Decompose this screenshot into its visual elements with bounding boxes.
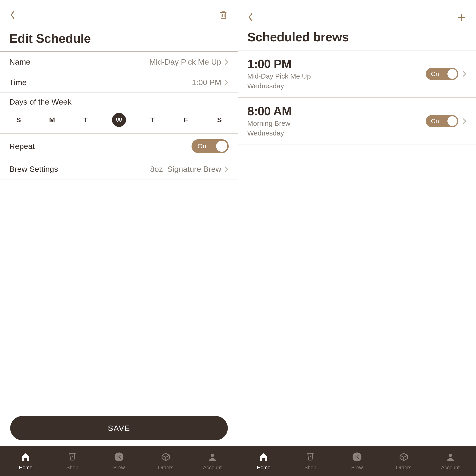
brew-name: Morning Brew [247, 119, 422, 128]
day-4[interactable]: T [146, 113, 159, 127]
brew-day: Wednesday [247, 81, 422, 91]
tab-brew[interactable]: KBrew [96, 451, 142, 471]
tab-home[interactable]: Home [2, 451, 49, 471]
add-button[interactable] [456, 11, 467, 23]
home-icon [258, 451, 269, 463]
page-title: Edit Schedule [0, 26, 238, 52]
time-row[interactable]: Time 1:00 PM [0, 72, 238, 93]
day-0[interactable]: S [12, 113, 26, 127]
chevron-right-icon [462, 70, 467, 77]
chevron-right-icon [462, 118, 467, 125]
svg-point-6 [449, 454, 452, 457]
day-6[interactable]: S [212, 113, 226, 127]
brew-item[interactable]: 1:00 PM Mid-Day Pick Me Up Wednesday On [238, 51, 476, 98]
tab-bar: HomeShopKBrewOrdersAccount [238, 446, 476, 476]
tab-label: Shop [305, 465, 316, 471]
name-label: Name [9, 57, 31, 67]
repeat-label: Repeat [9, 142, 35, 151]
brew-settings-value: 8oz, Signature Brew [150, 165, 229, 174]
tab-label: Home [257, 465, 271, 471]
tab-label: Home [19, 465, 33, 471]
brew-toggle[interactable]: On [426, 68, 458, 80]
brew-settings-row[interactable]: Brew Settings 8oz, Signature Brew [0, 159, 238, 179]
day-2[interactable]: T [79, 113, 92, 127]
tab-shop[interactable]: Shop [49, 451, 96, 471]
page-title: Scheduled brews [238, 26, 476, 51]
tab-bar: HomeShopKBrewOrdersAccount [0, 446, 238, 476]
brew-icon: K [351, 451, 363, 463]
tab-label: Shop [67, 465, 78, 471]
tab-account[interactable]: Account [189, 451, 236, 471]
svg-rect-0 [221, 13, 226, 18]
day-5[interactable]: F [179, 113, 193, 127]
tab-label: Account [203, 465, 222, 471]
header [0, 0, 238, 26]
brew-name: Mid-Day Pick Me Up [247, 71, 422, 81]
repeat-toggle[interactable]: On [191, 139, 229, 153]
tab-account[interactable]: Account [427, 451, 474, 471]
chevron-right-icon [224, 79, 229, 86]
brew-toggle[interactable]: On [426, 115, 458, 127]
days-section: Days of the Week SMTWTFS [0, 93, 238, 134]
header [238, 0, 476, 26]
home-icon [20, 451, 31, 463]
svg-point-3 [211, 454, 214, 457]
account-icon [207, 451, 218, 463]
days-row: SMTWTFS [9, 113, 229, 127]
orders-icon [398, 451, 409, 463]
tab-label: Brew [351, 465, 363, 471]
chevron-right-icon [224, 166, 229, 173]
tab-orders[interactable]: Orders [142, 451, 189, 471]
day-1[interactable]: M [45, 113, 59, 127]
svg-text:K: K [117, 454, 121, 459]
brew-list: 1:00 PM Mid-Day Pick Me Up Wednesday On … [238, 51, 476, 145]
time-label: Time [9, 78, 27, 87]
brew-item[interactable]: 8:00 AM Morning Brew Wednesday On [238, 98, 476, 145]
orders-icon [160, 451, 171, 463]
edit-schedule-screen: Edit Schedule Name Mid-Day Pick Me Up Ti… [0, 0, 238, 476]
delete-button[interactable] [218, 9, 229, 21]
brew-settings-label: Brew Settings [9, 165, 58, 174]
tab-label: Orders [158, 465, 173, 471]
shop-icon [67, 451, 78, 463]
time-value: 1:00 PM [192, 78, 229, 87]
brew-time: 1:00 PM [247, 57, 422, 71]
scheduled-brews-screen: Scheduled brews 1:00 PM Mid-Day Pick Me … [238, 0, 476, 476]
tab-shop[interactable]: Shop [287, 451, 334, 471]
chevron-right-icon [224, 59, 229, 66]
account-icon [445, 451, 456, 463]
save-button[interactable]: SAVE [10, 416, 228, 440]
day-3[interactable]: W [112, 113, 126, 127]
tab-brew[interactable]: KBrew [334, 451, 380, 471]
tab-label: Brew [113, 465, 125, 471]
tab-orders[interactable]: Orders [380, 451, 427, 471]
repeat-row: Repeat On [0, 134, 238, 159]
name-row[interactable]: Name Mid-Day Pick Me Up [0, 52, 238, 72]
tab-label: Account [441, 465, 460, 471]
brew-time: 8:00 AM [247, 104, 422, 118]
name-value: Mid-Day Pick Me Up [149, 57, 229, 67]
tab-home[interactable]: Home [240, 451, 287, 471]
toggle-knob [216, 141, 227, 152]
back-button[interactable] [9, 9, 16, 21]
days-label: Days of the Week [9, 97, 229, 106]
tab-label: Orders [396, 465, 411, 471]
brew-icon: K [113, 451, 125, 463]
back-button[interactable] [247, 11, 254, 23]
brew-day: Wednesday [247, 128, 422, 138]
svg-text:K: K [355, 454, 359, 459]
shop-icon [305, 451, 316, 463]
